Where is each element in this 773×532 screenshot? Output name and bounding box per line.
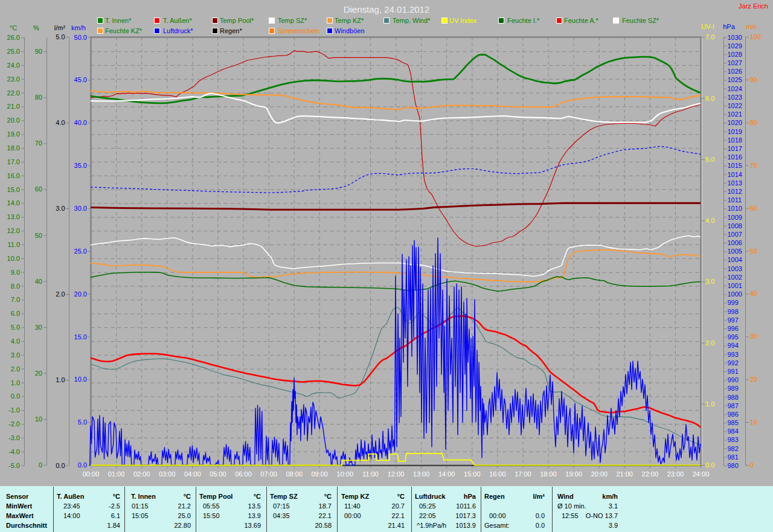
svg-text:987: 987 bbox=[728, 402, 739, 409]
svg-text:1012: 1012 bbox=[728, 188, 742, 195]
svg-text:70: 70 bbox=[35, 139, 42, 147]
svg-text:1006: 1006 bbox=[728, 239, 742, 246]
svg-text:°C: °C bbox=[10, 24, 17, 31]
svg-text:12.0: 12.0 bbox=[7, 227, 20, 234]
svg-text:3.0: 3.0 bbox=[705, 278, 714, 285]
svg-text:980: 980 bbox=[728, 462, 739, 469]
svg-text:1026: 1026 bbox=[728, 68, 742, 75]
svg-text:1030: 1030 bbox=[728, 34, 742, 41]
svg-text:1017: 1017 bbox=[728, 145, 742, 152]
svg-text:21:00: 21:00 bbox=[616, 470, 633, 478]
svg-text:07:00: 07:00 bbox=[260, 470, 277, 478]
svg-text:981: 981 bbox=[728, 453, 739, 461]
svg-text:1010: 1010 bbox=[728, 205, 742, 212]
svg-text:60: 60 bbox=[35, 185, 42, 193]
svg-text:1027: 1027 bbox=[728, 59, 742, 66]
svg-text:1.0: 1.0 bbox=[11, 379, 20, 386]
svg-text:-1.0: -1.0 bbox=[8, 406, 20, 414]
svg-text:14.0: 14.0 bbox=[7, 199, 20, 207]
svg-text:999: 999 bbox=[728, 299, 739, 306]
svg-text:23.0: 23.0 bbox=[7, 75, 20, 83]
svg-text:0: 0 bbox=[750, 461, 754, 469]
svg-text:4.0: 4.0 bbox=[11, 338, 20, 345]
svg-text:06:00: 06:00 bbox=[235, 470, 252, 478]
svg-text:30.0: 30.0 bbox=[74, 205, 87, 212]
svg-text:10: 10 bbox=[35, 415, 42, 423]
svg-text:25.0: 25.0 bbox=[7, 48, 20, 55]
svg-text:19:00: 19:00 bbox=[565, 470, 582, 478]
svg-text:40: 40 bbox=[750, 290, 757, 297]
svg-text:4.0: 4.0 bbox=[56, 119, 65, 126]
svg-text:990: 990 bbox=[728, 376, 739, 383]
svg-text:13.0: 13.0 bbox=[7, 213, 20, 220]
svg-text:997: 997 bbox=[728, 316, 739, 324]
svg-text:1002: 1002 bbox=[728, 274, 742, 281]
svg-text:1016: 1016 bbox=[728, 153, 742, 161]
svg-text:0.0: 0.0 bbox=[78, 461, 87, 469]
svg-text:26.0: 26.0 bbox=[7, 34, 20, 41]
svg-text:3.0: 3.0 bbox=[56, 205, 65, 212]
svg-text:20: 20 bbox=[35, 370, 42, 377]
svg-text:5.0: 5.0 bbox=[11, 324, 20, 331]
svg-text:995: 995 bbox=[728, 333, 739, 341]
svg-text:90: 90 bbox=[35, 48, 42, 55]
svg-text:1004: 1004 bbox=[728, 256, 742, 263]
svg-text:1029: 1029 bbox=[728, 42, 742, 50]
svg-text:20: 20 bbox=[750, 376, 757, 383]
svg-text:l/m²: l/m² bbox=[54, 24, 66, 31]
svg-text:0.0: 0.0 bbox=[705, 461, 714, 469]
svg-text:1028: 1028 bbox=[728, 51, 742, 58]
svg-text:hPa: hPa bbox=[723, 23, 735, 30]
svg-text:min: min bbox=[746, 23, 757, 30]
svg-text:1025: 1025 bbox=[728, 76, 742, 83]
svg-text:80: 80 bbox=[750, 119, 757, 126]
svg-text:15:00: 15:00 bbox=[464, 470, 481, 478]
svg-text:100: 100 bbox=[750, 33, 761, 40]
svg-text:11:00: 11:00 bbox=[362, 470, 379, 478]
svg-text:1000: 1000 bbox=[728, 290, 742, 298]
svg-text:1022: 1022 bbox=[728, 102, 742, 109]
svg-text:9.0: 9.0 bbox=[11, 269, 20, 276]
svg-text:50: 50 bbox=[35, 232, 42, 239]
svg-text:2.0: 2.0 bbox=[56, 290, 65, 298]
svg-text:18.0: 18.0 bbox=[7, 144, 20, 152]
svg-text:984: 984 bbox=[728, 428, 739, 435]
svg-text:1023: 1023 bbox=[728, 94, 742, 101]
svg-text:1.0: 1.0 bbox=[705, 400, 714, 408]
svg-text:2.0: 2.0 bbox=[11, 365, 20, 373]
svg-text:982: 982 bbox=[728, 445, 739, 452]
svg-text:6.0: 6.0 bbox=[705, 95, 714, 102]
svg-text:3.0: 3.0 bbox=[11, 351, 20, 359]
svg-text:50.0: 50.0 bbox=[74, 34, 87, 41]
svg-text:0: 0 bbox=[39, 461, 42, 469]
svg-text:0.0: 0.0 bbox=[11, 393, 20, 400]
svg-text:04:00: 04:00 bbox=[184, 470, 201, 478]
svg-text:992: 992 bbox=[728, 359, 739, 367]
svg-text:-5.0: -5.0 bbox=[8, 462, 20, 469]
svg-text:40.0: 40.0 bbox=[74, 119, 87, 126]
svg-text:18:00: 18:00 bbox=[540, 470, 557, 478]
svg-text:989: 989 bbox=[728, 385, 739, 392]
svg-text:UV-I: UV-I bbox=[701, 23, 714, 30]
svg-text:10:00: 10:00 bbox=[337, 470, 354, 478]
svg-text:16.0: 16.0 bbox=[7, 172, 20, 179]
svg-text:15.0: 15.0 bbox=[7, 186, 20, 193]
svg-text:03:00: 03:00 bbox=[159, 470, 176, 478]
svg-text:7.0: 7.0 bbox=[11, 296, 20, 303]
svg-text:24:00: 24:00 bbox=[693, 470, 710, 478]
svg-text:80: 80 bbox=[35, 94, 42, 101]
svg-text:14:00: 14:00 bbox=[438, 470, 455, 478]
svg-text:1015: 1015 bbox=[728, 162, 742, 169]
svg-text:7.0: 7.0 bbox=[705, 33, 714, 40]
svg-text:1003: 1003 bbox=[728, 265, 742, 272]
svg-text:1011: 1011 bbox=[728, 196, 742, 204]
svg-text:15.0: 15.0 bbox=[74, 333, 87, 341]
svg-text:983: 983 bbox=[728, 436, 739, 443]
svg-text:6.0: 6.0 bbox=[11, 310, 20, 317]
svg-text:4.0: 4.0 bbox=[705, 217, 714, 224]
svg-text:70: 70 bbox=[750, 162, 757, 169]
svg-text:13:00: 13:00 bbox=[413, 470, 430, 478]
svg-text:988: 988 bbox=[728, 394, 739, 401]
svg-text:50: 50 bbox=[750, 248, 757, 255]
svg-text:1019: 1019 bbox=[728, 128, 742, 135]
